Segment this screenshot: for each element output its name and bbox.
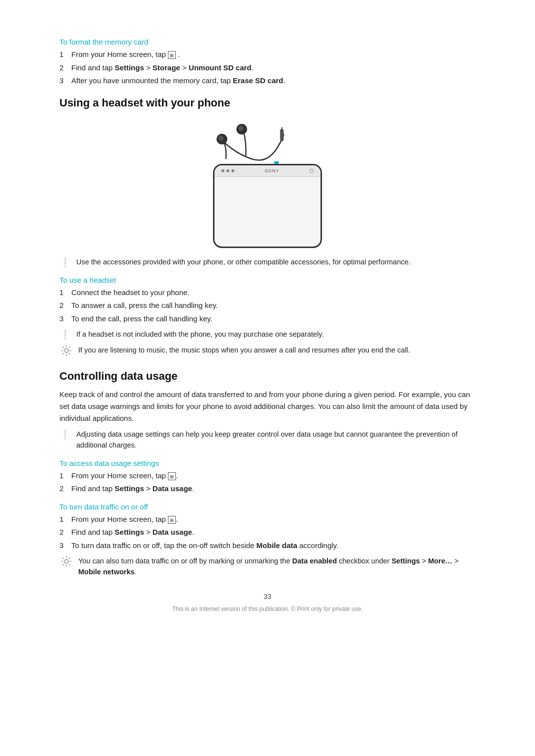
list-item: 1 From your Home screen, tap ⊞ . [59, 49, 476, 60]
data-usage-note-text: Adjusting data usage settings can help y… [76, 429, 476, 451]
step-number: 2 [59, 483, 71, 495]
exclamation-icon: ❕ [59, 329, 71, 340]
svg-line-12 [63, 347, 64, 348]
svg-line-21 [63, 558, 64, 559]
list-item: 2 Find and tap Settings > Data usage. [59, 483, 476, 495]
phone-dot [231, 169, 234, 172]
step-text: After you have unmounted the memory card… [71, 75, 476, 87]
list-item: 3 After you have unmounted the memory ca… [59, 75, 476, 87]
use-headset-heading: To use a headset [59, 276, 476, 284]
headset-note-text: If a headset is not included with the ph… [76, 329, 476, 340]
page: To format the memory card 1 From your Ho… [0, 0, 535, 756]
step-text: From your Home screen, tap ⊞. [71, 514, 476, 525]
svg-rect-5 [281, 127, 282, 130]
sun-tip-icon-2 [59, 556, 73, 567]
data-usage-body: Keep track of and control the amount of … [59, 389, 476, 424]
svg-line-24 [63, 564, 64, 565]
step-number: 1 [59, 514, 71, 525]
phone-circle [310, 169, 314, 173]
svg-point-16 [64, 559, 68, 563]
step-text: From your Home screen, tap ⊞ . [71, 49, 476, 60]
list-item: 3 To turn data traffic on or off, tap th… [59, 540, 476, 552]
accessories-note-text: Use the accessories provided with your p… [76, 257, 476, 268]
footer-text: This is an Internet version of this publ… [59, 605, 476, 612]
svg-point-7 [64, 349, 68, 353]
list-item: 1 Connect the headset to your phone. [59, 287, 476, 299]
svg-line-14 [69, 347, 70, 348]
step-text: Connect the headset to your phone. [71, 287, 476, 299]
access-data-usage-list: 1 From your Home screen, tap ⊞. 2 Find a… [59, 470, 476, 495]
list-item: 2 Find and tap Settings > Data usage. [59, 527, 476, 538]
list-item: 1 From your Home screen, tap ⊞. [59, 470, 476, 482]
list-item: 2 To answer a call, press the call handl… [59, 300, 476, 311]
page-number: 33 [59, 593, 476, 601]
step-text: To turn data traffic on or off, tap the … [71, 540, 476, 552]
format-memory-card-list: 1 From your Home screen, tap ⊞ . 2 Find … [59, 49, 476, 87]
step-number: 2 [59, 62, 71, 74]
sun-tip-icon [59, 345, 73, 356]
music-tip-text: If you are listening to music, the music… [78, 345, 476, 356]
list-item: 2 Find and tap Settings > Storage > Unmo… [59, 62, 476, 74]
traffic-steps-list: 1 From your Home screen, tap ⊞. 2 Find a… [59, 514, 476, 552]
svg-point-3 [238, 126, 243, 131]
data-usage-note: ❕ Adjusting data usage settings can help… [59, 429, 476, 451]
step-text: From your Home screen, tap ⊞. [71, 470, 476, 482]
step-number: 2 [59, 300, 71, 311]
data-usage-heading: Controlling data usage [59, 370, 476, 383]
step-text: To end the call, press the call handling… [71, 313, 476, 325]
headset-steps-list: 1 Connect the headset to your phone. 2 T… [59, 287, 476, 325]
data-enabled-tip-text: You can also turn data traffic on or off… [78, 556, 476, 578]
headset-section-heading: Using a headset with your phone [59, 97, 476, 109]
step-text: Find and tap Settings > Data usage. [71, 483, 476, 495]
phone-dot [221, 169, 224, 172]
format-memory-card-heading: To format the memory card [59, 38, 476, 46]
step-number: 1 [59, 287, 71, 299]
phone-body: SONY [213, 164, 322, 248]
step-text: Find and tap Settings > Storage > Unmoun… [71, 62, 476, 74]
phone-brand: SONY [265, 168, 279, 173]
svg-rect-4 [280, 129, 283, 141]
accessories-note: ❕ Use the accessories provided with your… [59, 257, 476, 268]
svg-line-23 [69, 558, 70, 559]
exclamation-icon: ❕ [59, 429, 71, 440]
step-text: Find and tap Settings > Data usage. [71, 527, 476, 538]
svg-point-1 [218, 136, 223, 141]
phone-dots [221, 169, 234, 172]
list-item: 1 From your Home screen, tap ⊞. [59, 514, 476, 525]
step-number: 3 [59, 313, 71, 325]
lightbulb-icon-2 [61, 556, 72, 567]
music-stops-tip: If you are listening to music, the music… [59, 345, 476, 356]
svg-line-13 [69, 353, 70, 354]
access-data-usage-heading: To access data usage settings [59, 459, 476, 467]
step-number: 2 [59, 527, 71, 538]
step-text: To answer a call, press the call handlin… [71, 300, 476, 311]
phone-top-bar: SONY [214, 165, 321, 177]
exclamation-icon: ❕ [59, 257, 71, 268]
step-number: 3 [59, 540, 71, 552]
step-number: 3 [59, 75, 71, 87]
phone-dot [226, 169, 229, 172]
headset-image: SONY [59, 119, 476, 248]
phone-illustration: SONY [188, 119, 347, 248]
headset-not-included-note: ❕ If a headset is not included with the … [59, 329, 476, 340]
traffic-heading: To turn data traffic on or off [59, 503, 476, 511]
svg-line-22 [69, 564, 70, 565]
lightbulb-icon [61, 345, 72, 356]
step-number: 1 [59, 49, 71, 60]
data-enabled-tip: You can also turn data traffic on or off… [59, 556, 476, 578]
step-number: 1 [59, 470, 71, 482]
svg-line-15 [63, 353, 64, 354]
list-item: 3 To end the call, press the call handli… [59, 313, 476, 325]
